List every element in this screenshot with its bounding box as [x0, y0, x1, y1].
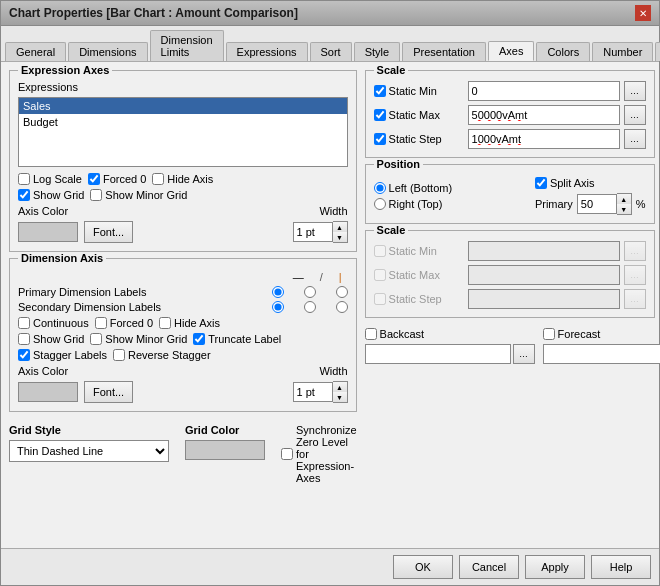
static-min-checkbox[interactable]: Static Min [374, 85, 464, 97]
scale-right-step-btn[interactable]: … [624, 289, 646, 309]
primary-up[interactable]: ▲ [617, 194, 631, 204]
truncate-label-input[interactable] [193, 333, 205, 345]
split-axis-checkbox[interactable]: Split Axis [535, 177, 646, 189]
continuous-input[interactable] [18, 317, 30, 329]
secondary-radio-3[interactable] [336, 301, 348, 313]
backcast-btn[interactable]: … [513, 344, 535, 364]
continuous-checkbox[interactable]: Continuous [18, 317, 89, 329]
static-min-input[interactable] [374, 85, 386, 97]
primary-radio-2[interactable] [304, 286, 316, 298]
scale-right-step-checkbox[interactable]: Static Step [374, 293, 464, 305]
dim-show-grid-checkbox[interactable]: Show Grid [18, 333, 84, 345]
show-minor-grid-checkbox[interactable]: Show Minor Grid [90, 189, 187, 201]
tab-dimension-limits[interactable]: Dimension Limits [150, 30, 224, 61]
list-item-sales[interactable]: Sales [19, 98, 347, 114]
forecast-input[interactable] [543, 328, 555, 340]
dim-show-grid-input[interactable] [18, 333, 30, 345]
dim-width-input[interactable] [293, 382, 333, 402]
tab-colors[interactable]: Colors [536, 42, 590, 61]
show-grid-input[interactable] [18, 189, 30, 201]
dim-width-up[interactable]: ▲ [333, 382, 347, 392]
static-max-btn[interactable]: … [624, 105, 646, 125]
scale-right-min-btn[interactable]: … [624, 241, 646, 261]
list-item-budget[interactable]: Budget [19, 114, 347, 130]
stagger-labels-input[interactable] [18, 349, 30, 361]
right-top-radio[interactable]: Right (Top) [374, 198, 453, 210]
dim-axis-color-box[interactable] [18, 382, 78, 402]
truncate-label-checkbox[interactable]: Truncate Label [193, 333, 281, 345]
tab-style[interactable]: Style [354, 42, 400, 61]
grid-color-box[interactable] [185, 440, 265, 460]
secondary-radio-1[interactable] [272, 301, 284, 313]
tab-number[interactable]: Number [592, 42, 653, 61]
primary-value-input[interactable] [577, 194, 617, 214]
reverse-stagger-checkbox[interactable]: Reverse Stagger [113, 349, 211, 361]
cancel-button[interactable]: Cancel [459, 555, 519, 579]
apply-button[interactable]: Apply [525, 555, 585, 579]
dim-forced-0-input[interactable] [95, 317, 107, 329]
scale-right-min-input[interactable] [374, 245, 386, 257]
help-button[interactable]: Help [591, 555, 651, 579]
log-scale-input[interactable] [18, 173, 30, 185]
scale-right-max-input[interactable] [374, 269, 386, 281]
expressions-listbox[interactable]: Sales Budget [18, 97, 348, 167]
tab-expressions[interactable]: Expressions [226, 42, 308, 61]
static-min-value[interactable] [468, 81, 620, 101]
width-up-expr[interactable]: ▲ [333, 222, 347, 232]
forecast-checkbox[interactable]: Forecast [543, 328, 660, 340]
left-bottom-radio[interactable]: Left (Bottom) [374, 182, 453, 194]
ok-button[interactable]: OK [393, 555, 453, 579]
dim-width-down[interactable]: ▼ [333, 392, 347, 402]
log-scale-checkbox[interactable]: Log Scale [18, 173, 82, 185]
scale-right-step-value[interactable] [468, 289, 620, 309]
tab-axes[interactable]: Axes [488, 41, 534, 61]
static-step-checkbox[interactable]: Static Step [374, 133, 464, 145]
static-step-input[interactable] [374, 133, 386, 145]
forecast-value[interactable] [543, 344, 660, 364]
tab-presentation[interactable]: Presentation [402, 42, 486, 61]
primary-radio-3[interactable] [336, 286, 348, 298]
sync-input[interactable] [281, 448, 293, 460]
show-minor-grid-input[interactable] [90, 189, 102, 201]
split-axis-input[interactable] [535, 177, 547, 189]
grid-style-select[interactable]: Thin Dashed Line Solid Line Dashed Line … [9, 440, 169, 462]
scale-right-max-checkbox[interactable]: Static Max [374, 269, 464, 281]
scale-right-step-input[interactable] [374, 293, 386, 305]
dim-forced-0-checkbox[interactable]: Forced 0 [95, 317, 153, 329]
static-max-checkbox[interactable]: Static Max [374, 109, 464, 121]
reverse-stagger-input[interactable] [113, 349, 125, 361]
axis-color-box[interactable] [18, 222, 78, 242]
width-down-expr[interactable]: ▼ [333, 232, 347, 242]
scale-right-min-value[interactable] [468, 241, 620, 261]
tab-font[interactable]: Font [655, 42, 660, 61]
backcast-checkbox[interactable]: Backcast [365, 328, 535, 340]
forced-0-checkbox[interactable]: Forced 0 [88, 173, 146, 185]
left-bottom-input[interactable] [374, 182, 386, 194]
font-button-expr[interactable]: Font... [84, 221, 133, 243]
static-min-btn[interactable]: … [624, 81, 646, 101]
tab-dimensions[interactable]: Dimensions [68, 42, 147, 61]
scale-right-max-btn[interactable]: … [624, 265, 646, 285]
stagger-labels-checkbox[interactable]: Stagger Labels [18, 349, 107, 361]
dim-font-button[interactable]: Font... [84, 381, 133, 403]
dim-show-minor-grid-checkbox[interactable]: Show Minor Grid [90, 333, 187, 345]
static-step-value[interactable] [468, 129, 620, 149]
scale-right-max-value[interactable] [468, 265, 620, 285]
right-top-input[interactable] [374, 198, 386, 210]
scale-right-min-checkbox[interactable]: Static Min [374, 245, 464, 257]
show-grid-checkbox[interactable]: Show Grid [18, 189, 84, 201]
static-max-input[interactable] [374, 109, 386, 121]
primary-down[interactable]: ▼ [617, 204, 631, 214]
dim-show-minor-grid-input[interactable] [90, 333, 102, 345]
sync-checkbox[interactable]: Synchronize Zero Level for Expression-Ax… [281, 424, 357, 484]
dim-hide-axis-input[interactable] [159, 317, 171, 329]
static-max-value[interactable] [468, 105, 620, 125]
forced-0-input[interactable] [88, 173, 100, 185]
width-input-expr[interactable] [293, 222, 333, 242]
close-button[interactable]: ✕ [635, 5, 651, 21]
tab-sort[interactable]: Sort [310, 42, 352, 61]
hide-axis-checkbox[interactable]: Hide Axis [152, 173, 213, 185]
backcast-value[interactable] [365, 344, 511, 364]
backcast-input[interactable] [365, 328, 377, 340]
secondary-radio-2[interactable] [304, 301, 316, 313]
